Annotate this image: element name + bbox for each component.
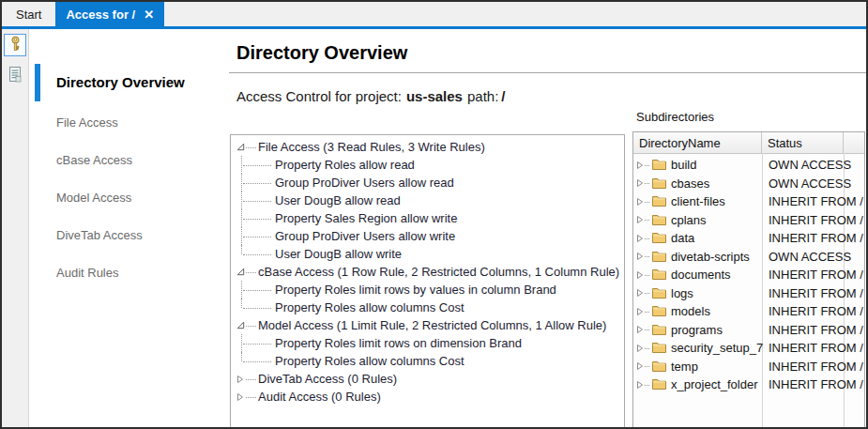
tab-start[interactable]: Start [2, 2, 55, 26]
close-icon[interactable]: ✕ [144, 8, 154, 21]
subdirectories-table: DirectoryName Status buildOWN ACCESScbas… [632, 131, 865, 429]
nav-item-file-access[interactable]: File Access [29, 115, 229, 131]
collapsed-icon[interactable] [636, 344, 644, 353]
directory-row-logs[interactable]: logsINHERIT FROM / [633, 284, 864, 303]
tree-item-label: Property Roles allow columns Cost [275, 354, 464, 368]
expanded-icon[interactable] [236, 321, 245, 329]
tree-item-cbase-access-1-row-rule-2-restricted-columns-1-column-rule[interactable]: cBase Access (1 Row Rule, 2 Restricted C… [234, 263, 624, 281]
directory-status: INHERIT FROM / [769, 304, 863, 318]
tree-item-property-roles-allow-columns-cost[interactable]: Property Roles allow columns Cost [234, 299, 624, 316]
tree-connector [241, 299, 242, 308]
folder-icon [652, 360, 666, 373]
directory-status: OWN ACCESS [769, 158, 851, 172]
report-document-button[interactable] [4, 65, 26, 87]
directory-row-x-project-folder[interactable]: x_project_folderINHERIT FROM / [633, 375, 864, 394]
directory-row-divetab-scripts[interactable]: divetab-scriptsOWN ACCESS [633, 248, 864, 267]
collapsed-icon[interactable] [636, 380, 644, 390]
tree-connector [241, 209, 242, 227]
directory-name: logs [671, 286, 693, 300]
folder-icon [652, 378, 666, 391]
folder-icon [652, 232, 666, 244]
nav-item-audit-rules[interactable]: Audit Rules [29, 265, 229, 282]
nav-item-directory-overview[interactable]: Directory Overview [29, 71, 229, 94]
directory-row-data[interactable]: dataINHERIT FROM / [633, 229, 864, 248]
tree-item-property-roles-limit-rows-by-values-in-column-brand[interactable]: Property Roles limit rows by values in c… [234, 281, 624, 299]
directory-row-programs[interactable]: programsINHERIT FROM / [633, 321, 864, 340]
tree-connector [645, 385, 649, 386]
collapsed-icon[interactable] [636, 325, 644, 334]
tab-start-label: Start [16, 8, 41, 22]
directory-row-cplans[interactable]: cplansINHERIT FROM / [633, 211, 864, 230]
tree-connector [241, 227, 242, 245]
directory-name: security_setup_7 [671, 341, 763, 355]
subdirectories-label: Subdirectories [636, 110, 714, 124]
tree-connector [241, 245, 242, 254]
tree-item-property-sales-region-allow-write[interactable]: Property Sales Region allow write [234, 209, 624, 227]
tree-item-group-prodiver-users-allow-write[interactable]: Group ProDiver Users allow write [234, 227, 624, 245]
collapsed-icon[interactable] [636, 361, 644, 371]
tree-item-property-roles-allow-columns-cost[interactable]: Property Roles allow columns Cost [234, 352, 624, 370]
column-header-status[interactable]: Status [762, 132, 844, 153]
directory-status: INHERIT FROM / [769, 360, 863, 374]
tree-item-label: DiveTab Access (0 Rules) [258, 372, 397, 386]
tree-connector [246, 397, 256, 398]
directory-name: data [671, 231, 694, 245]
collapsed-icon[interactable] [636, 197, 644, 207]
collapsed-icon[interactable] [636, 178, 644, 188]
directory-status: INHERIT FROM / [769, 231, 863, 245]
directory-row-models[interactable]: modelsINHERIT FROM / [633, 302, 864, 321]
directory-status: OWN ACCESS [769, 176, 851, 191]
directory-row-client-files[interactable]: client-filesINHERIT FROM / [633, 192, 864, 211]
folder-icon [652, 214, 666, 226]
access-key-button[interactable] [4, 34, 26, 56]
directory-status: INHERIT FROM / [769, 286, 863, 300]
collapsed-icon[interactable] [636, 252, 644, 261]
tab-active-label: Access for / [66, 8, 135, 22]
collapsed-icon[interactable] [636, 161, 644, 170]
directory-row-documents[interactable]: documentsINHERIT FROM / [633, 266, 864, 284]
nav-item-model-access[interactable]: Model Access [29, 190, 229, 207]
tree-item-file-access-3-read-rules-3-write-rules[interactable]: File Access (3 Read Rules, 3 Write Rules… [234, 138, 624, 156]
collapsed-icon[interactable] [636, 288, 644, 298]
tree-item-label: Property Roles limit rows on dimension B… [275, 336, 522, 350]
tree-item-label: Property Roles allow read [275, 158, 415, 172]
expanded-icon[interactable] [236, 143, 245, 151]
tree-item-user-dougb-allow-read[interactable]: User DougB allow read [234, 192, 624, 209]
nav-item-cbase-access[interactable]: cBase Access [29, 152, 229, 169]
collapsed-icon[interactable] [636, 215, 644, 224]
subdirectories-header-row: DirectoryName Status [633, 132, 864, 154]
directory-name: models [671, 304, 710, 318]
column-header-directoryname[interactable]: DirectoryName [633, 132, 762, 153]
directory-row-security-setup-7[interactable]: security_setup_7INHERIT FROM / [633, 339, 864, 358]
collapsed-icon[interactable] [636, 234, 644, 243]
tree-item-group-prodiver-users-allow-read[interactable]: Group ProDiver Users allow read [234, 174, 624, 192]
directory-row-cbases[interactable]: cbasesOWN ACCESS [633, 175, 864, 193]
tree-item-property-roles-allow-read[interactable]: Property Roles allow read [234, 156, 624, 174]
tree-item-user-dougb-allow-write[interactable]: User DougB allow write [234, 245, 624, 263]
tree-item-divetab-access-0-rules[interactable]: DiveTab Access (0 Rules) [234, 370, 624, 388]
folder-icon [652, 268, 666, 281]
directory-row-temp[interactable]: tempINHERIT FROM / [633, 358, 864, 376]
tree-item-property-roles-limit-rows-on-dimension-brand[interactable]: Property Roles limit rows on dimension B… [234, 334, 624, 352]
tree-connector [645, 165, 649, 166]
collapsed-icon[interactable] [236, 375, 245, 383]
expanded-icon[interactable] [236, 268, 245, 276]
tree-item-audit-access-0-rules[interactable]: Audit Access (0 Rules) [234, 388, 624, 406]
folder-icon [652, 177, 666, 190]
title-divider [229, 72, 866, 73]
tree-item-label: File Access (3 Read Rules, 3 Write Rules… [258, 140, 485, 154]
directory-row-build[interactable]: buildOWN ACCESS [633, 156, 864, 175]
folder-icon [652, 195, 666, 207]
tree-item-model-access-1-limit-rule-2-restricted-columns-1-allow-rule[interactable]: Model Access (1 Limit Rule, 2 Restricted… [234, 316, 624, 334]
tab-access-for-root[interactable]: Access for / ✕ [55, 2, 164, 26]
directory-status: INHERIT FROM / [769, 194, 863, 208]
collapsed-icon[interactable] [636, 270, 644, 280]
collapsed-icon[interactable] [236, 392, 245, 401]
app-window: Start Access for / ✕ [0, 0, 868, 429]
tree-connector [645, 202, 649, 203]
directory-name: cbases [671, 176, 709, 191]
tree-connector [645, 348, 649, 349]
nav-item-divetab-access[interactable]: DiveTab Access [29, 227, 229, 244]
collapsed-icon[interactable] [636, 307, 644, 316]
tree-connector [645, 329, 649, 330]
